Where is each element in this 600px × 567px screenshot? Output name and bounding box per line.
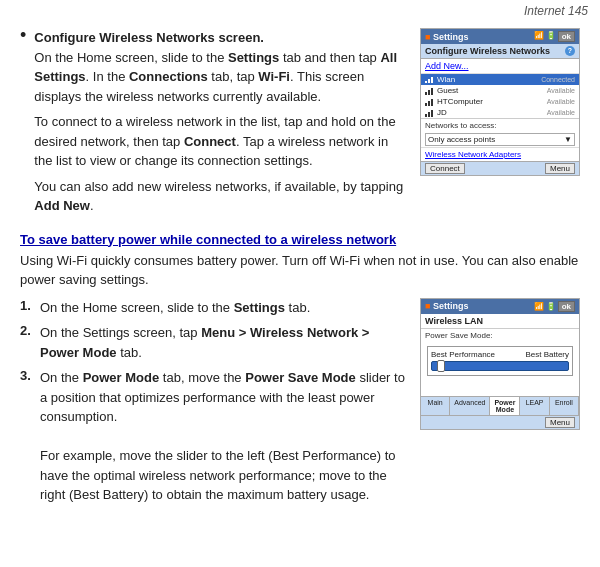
screen1-bottom-bar: Connect Menu	[421, 161, 579, 175]
step-2-content: On the Settings screen, tap Menu > Wirel…	[40, 323, 408, 362]
screen1-access-dropdown[interactable]: Only access points ▼	[425, 133, 575, 146]
battery-icon: 🔋	[546, 31, 556, 42]
screen2-antenna-icon: 📶	[534, 302, 544, 311]
screen1-icons: 📶 🔋 ok	[534, 31, 575, 42]
step-3: 3. On the Power Mode tab, move the Power…	[20, 368, 408, 505]
screen1-title-text: ■ Settings	[425, 32, 468, 42]
step1-settings-bold: Settings	[234, 300, 285, 315]
screen2-icons: 📶 🔋 ok	[534, 301, 575, 312]
main-content: • Configure Wireless Networks screen. On…	[0, 18, 600, 521]
screen2-ok-btn[interactable]: ok	[558, 301, 575, 312]
step-2-num: 2.	[20, 323, 40, 338]
step-3-content: On the Power Mode tab, move the Power Sa…	[40, 368, 408, 505]
numbered-section: 1. On the Home screen, slide to the Sett…	[20, 298, 580, 511]
network-item-guest[interactable]: Guest Available	[421, 85, 579, 96]
step-1-content: On the Home screen, slide to the Setting…	[40, 298, 408, 318]
screen1-wireless-adapters[interactable]: Wireless Network Adapters	[421, 147, 579, 161]
screen-2-mock: ■ Settings 📶 🔋 ok Wireless LAN Power Sav…	[420, 298, 580, 430]
help-icon[interactable]: ?	[565, 46, 575, 56]
tab-leap[interactable]: LEAP	[520, 397, 549, 415]
header-text: Internet 145	[524, 4, 588, 18]
slider-left-label: Best Performance	[431, 350, 495, 359]
network-status-htcomputer: Available	[547, 98, 575, 105]
network-name-guest: Guest	[425, 86, 458, 95]
step2-menu-bold: Menu > Wireless Network > Power Mode	[40, 325, 369, 360]
network-item-wlan[interactable]: Wlan Connected	[421, 74, 579, 85]
screen2-titlebar: ■ Settings 📶 🔋 ok	[421, 299, 579, 314]
slider-header: Best Performance Best Battery	[431, 350, 569, 359]
signal-icon-jd	[425, 109, 433, 117]
screen2-battery-icon: 🔋	[546, 302, 556, 311]
steps-text-col: 1. On the Home screen, slide to the Sett…	[20, 298, 408, 511]
signal-icon-htcomputer	[425, 98, 433, 106]
screen2-tabs: Main Advanced Power Mode LEAP Enroll	[421, 396, 579, 415]
screen1-menu-btn[interactable]: Menu	[545, 163, 575, 174]
screen2-title-text: ■ Settings	[425, 301, 468, 311]
screen1-network-list: Wlan Connected Guest	[421, 74, 579, 119]
network-item-htcomputer[interactable]: HTComputer Available	[421, 96, 579, 107]
step-1: 1. On the Home screen, slide to the Sett…	[20, 298, 408, 318]
add-new-bold: Add New	[34, 198, 90, 213]
step-2: 2. On the Settings screen, tap Menu > Wi…	[20, 323, 408, 362]
step-3-num: 3.	[20, 368, 40, 383]
screen2-bottom-bar: Menu	[421, 415, 579, 429]
all-settings-bold: All Settings	[34, 50, 397, 85]
screen1-ok-btn[interactable]: ok	[558, 31, 575, 42]
signal-icon-guest	[425, 87, 433, 95]
screen2-menu-btn[interactable]: Menu	[545, 417, 575, 428]
settings-bold: Settings	[228, 50, 279, 65]
screenshot-1-col: ■ Settings 📶 🔋 ok Configure Wireless Net…	[420, 28, 580, 176]
screen1-connect-btn[interactable]: Connect	[425, 163, 465, 174]
network-status-guest: Available	[547, 87, 575, 94]
tab-enroll[interactable]: Enroll	[550, 397, 579, 415]
text-column: Configure Wireless Networks screen. On t…	[34, 28, 408, 222]
bullet-para-2: To connect to a wireless network in the …	[34, 112, 408, 171]
network-item-jd[interactable]: JD Available	[421, 107, 579, 118]
bullet-dot: •	[20, 25, 26, 46]
save-battery-intro: Using Wi-Fi quickly consumes battery pow…	[20, 251, 580, 290]
screen2-screen-title: Wireless LAN	[421, 314, 579, 329]
screen1-add-new[interactable]: Add New...	[421, 59, 579, 74]
screen-1-mock: ■ Settings 📶 🔋 ok Configure Wireless Net…	[420, 28, 580, 176]
screen1-screen-title: Configure Wireless Networks ?	[421, 44, 579, 59]
connections-bold: Connections	[129, 69, 208, 84]
two-col-layout: Configure Wireless Networks screen. On t…	[34, 28, 580, 222]
screenshot-2-col: ■ Settings 📶 🔋 ok Wireless LAN Power Sav…	[420, 298, 580, 430]
bullet-content-area: Configure Wireless Networks screen. On t…	[34, 28, 580, 222]
step-1-num: 1.	[20, 298, 40, 313]
tab-main[interactable]: Main	[421, 397, 450, 415]
bullet-para-1: Configure Wireless Networks screen. On t…	[34, 28, 408, 106]
antenna-icon: 📶	[534, 31, 544, 42]
network-name-jd: JD	[425, 108, 447, 117]
chevron-down-icon: ▼	[564, 135, 572, 144]
screen2-power-save-label: Power Save Mode:	[421, 329, 579, 342]
power-save-slider[interactable]	[431, 361, 569, 371]
bullet-para-3: You can also add new wireless networks, …	[34, 177, 408, 216]
tab-power-mode[interactable]: Power Mode	[490, 397, 520, 415]
tab-advanced[interactable]: Advanced	[450, 397, 490, 415]
configure-title: Configure Wireless Networks screen.	[34, 30, 264, 45]
wifi-bold: Wi-Fi	[258, 69, 290, 84]
save-battery-heading: To save battery power while connected to…	[20, 232, 580, 247]
screen1-networks-label: Networks to access:	[421, 119, 579, 132]
screen1-titlebar: ■ Settings 📶 🔋 ok	[421, 29, 579, 44]
network-name-wlan: Wlan	[425, 75, 455, 84]
page-header: Internet 145	[512, 0, 600, 22]
network-name-htcomputer: HTComputer	[425, 97, 483, 106]
signal-icon-wlan	[425, 76, 433, 83]
slider-right-label: Best Battery	[525, 350, 569, 359]
screen2-slider-container: Best Performance Best Battery	[427, 346, 573, 376]
network-status-wlan: Connected	[541, 76, 575, 83]
step3-power-mode-bold: Power Mode	[83, 370, 160, 385]
connect-bold: Connect	[184, 134, 236, 149]
slider-thumb[interactable]	[437, 360, 445, 372]
network-status-jd: Available	[547, 109, 575, 116]
bullet-section: • Configure Wireless Networks screen. On…	[20, 28, 580, 222]
step3-power-save-bold: Power Save Mode	[245, 370, 356, 385]
